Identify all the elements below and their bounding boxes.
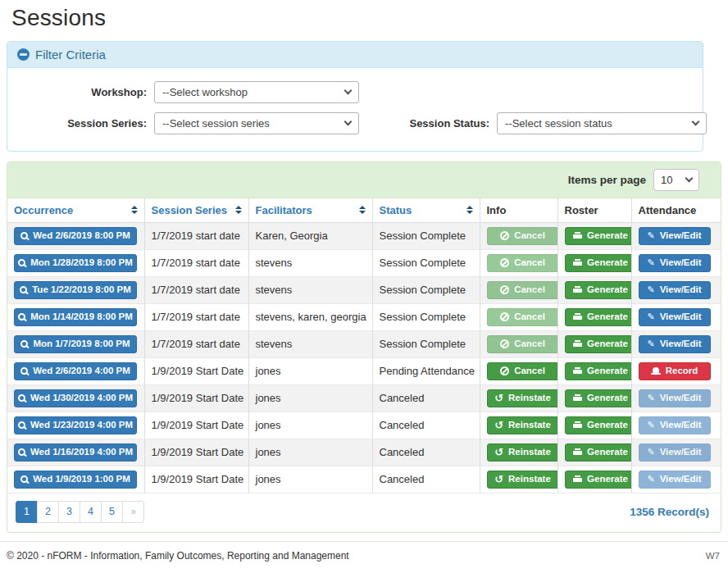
roster-cell: Generate <box>557 222 631 249</box>
page-button-5[interactable]: 5 <box>101 501 123 523</box>
occurrence-button[interactable]: Wed 1/16/2019 4:00 PM <box>14 443 137 462</box>
column-header-info: Info <box>480 198 557 222</box>
info-cell: Cancel <box>480 357 557 384</box>
occurrence-button[interactable]: Wed 1/9/2019 1:00 PM <box>14 471 137 489</box>
cancel-button[interactable]: Cancel <box>487 281 558 299</box>
column-header-session-series[interactable]: Session Series <box>144 198 248 222</box>
occurrence-button[interactable]: Tue 1/22/2019 8:00 PM <box>14 281 137 299</box>
reinstate-button[interactable]: Reinstate <box>487 443 558 462</box>
items-per-page-select[interactable]: 10 <box>653 169 699 191</box>
view-edit-button[interactable]: View/Edit <box>639 335 711 353</box>
page-button-2[interactable]: 2 <box>37 501 59 523</box>
column-header-occurrence[interactable]: Occurrence <box>7 198 144 222</box>
search-icon <box>18 448 25 456</box>
cancel-button[interactable]: Cancel <box>487 362 558 380</box>
workshop-label: Workshop: <box>17 86 147 98</box>
generate-button[interactable]: Generate <box>565 362 632 380</box>
session-series-cell: 1/7/2019 start date <box>144 222 248 249</box>
page-button-3[interactable]: 3 <box>58 501 80 523</box>
cancel-button[interactable]: Cancel <box>487 254 558 272</box>
ban-icon <box>500 258 509 267</box>
table-toolbar: Items per page 10 <box>7 162 721 198</box>
printer-icon <box>573 232 582 239</box>
view-edit-button[interactable]: View/Edit <box>639 227 711 245</box>
generate-button[interactable]: Generate <box>565 416 632 434</box>
table-row: Tue 1/22/2019 8:00 PM 1/7/2019 start dat… <box>7 276 721 303</box>
session-status-select[interactable]: --Select session status <box>497 112 707 134</box>
generate-button[interactable]: Generate <box>565 471 632 489</box>
occurrence-button[interactable]: Wed 2/6/2019 8:00 PM <box>14 227 137 245</box>
search-icon <box>18 313 25 321</box>
occurrence-button[interactable]: Mon 1/28/2019 8:00 PM <box>14 254 137 272</box>
reinstate-button[interactable]: Reinstate <box>487 416 558 434</box>
next-page-button[interactable]: » <box>122 501 144 523</box>
session-series-cell: 1/7/2019 start date <box>144 303 248 330</box>
ban-icon <box>500 366 509 375</box>
view-edit-button[interactable]: View/Edit <box>639 471 711 489</box>
table-row: Wed 1/30/2019 4:00 PM 1/9/2019 Start Dat… <box>7 384 721 412</box>
generate-button[interactable]: Generate <box>565 227 632 245</box>
record-button[interactable]: Record <box>639 362 711 380</box>
sort-icon[interactable] <box>466 206 473 214</box>
page-button-4[interactable]: 4 <box>80 501 102 523</box>
view-edit-button[interactable]: View/Edit <box>639 281 711 299</box>
view-edit-button[interactable]: View/Edit <box>639 254 711 272</box>
status-cell: Pending Attendance <box>372 357 480 384</box>
facilitators-cell: stevens <box>248 330 372 357</box>
view-edit-button[interactable]: View/Edit <box>639 416 711 434</box>
column-header-status[interactable]: Status <box>372 198 480 222</box>
bell-icon <box>651 367 661 375</box>
info-cell: Cancel <box>480 222 557 249</box>
occurrence-button[interactable]: Mon 1/14/2019 8:00 PM <box>14 308 137 326</box>
occurrence-cell: Wed 2/6/2019 4:00 PM <box>7 357 144 384</box>
generate-button[interactable]: Generate <box>565 389 632 407</box>
column-header-facilitators[interactable]: Facilitators <box>248 198 372 222</box>
cancel-button[interactable]: Cancel <box>487 227 558 245</box>
session-series-select[interactable]: --Select session series <box>154 112 359 134</box>
generate-button[interactable]: Generate <box>565 254 632 272</box>
reinstate-button[interactable]: Reinstate <box>487 389 558 407</box>
items-per-page-value: 10 <box>661 174 672 186</box>
items-per-page-label: Items per page <box>568 174 646 186</box>
occurrence-button[interactable]: Mon 1/7/2019 8:00 PM <box>14 335 137 353</box>
roster-cell: Generate <box>557 466 631 493</box>
generate-button[interactable]: Generate <box>565 281 632 299</box>
chevron-down-icon <box>344 118 353 126</box>
printer-icon <box>573 448 582 456</box>
occurrence-button[interactable]: Wed 1/30/2019 4:00 PM <box>14 389 137 407</box>
sort-icon[interactable] <box>235 206 242 214</box>
table-row: Wed 1/23/2019 4:00 PM 1/9/2019 Start Dat… <box>7 412 721 439</box>
cancel-button[interactable]: Cancel <box>487 335 558 353</box>
filter-criteria-header[interactable]: Filter Criteria <box>7 42 703 68</box>
table-row: Wed 1/16/2019 4:00 PM 1/9/2019 Start Dat… <box>7 439 721 466</box>
cancel-button[interactable]: Cancel <box>487 308 558 326</box>
facilitators-cell: stevens, karen, georgia <box>248 303 372 330</box>
info-cell: Cancel <box>480 276 557 303</box>
page-button-1[interactable]: 1 <box>16 501 38 523</box>
search-icon <box>20 340 28 348</box>
attendance-cell: View/Edit <box>631 466 721 493</box>
minus-circle-icon[interactable] <box>17 48 30 61</box>
workshop-select[interactable]: --Select workshop <box>154 81 359 103</box>
occurrence-button[interactable]: Wed 2/6/2019 4:00 PM <box>14 362 137 380</box>
sort-icon[interactable] <box>359 206 366 214</box>
reinstate-button[interactable]: Reinstate <box>487 471 558 489</box>
view-edit-button[interactable]: View/Edit <box>639 308 711 326</box>
generate-button[interactable]: Generate <box>565 308 632 326</box>
attendance-cell: View/Edit <box>631 303 721 330</box>
table-row: Wed 1/9/2019 1:00 PM 1/9/2019 Start Date… <box>7 466 721 493</box>
occurrence-button[interactable]: Wed 1/23/2019 4:00 PM <box>14 416 137 434</box>
view-edit-button[interactable]: View/Edit <box>639 443 711 462</box>
roster-cell: Generate <box>557 357 631 384</box>
printer-icon <box>573 421 582 429</box>
info-cell: Reinstate <box>480 439 557 466</box>
generate-button[interactable]: Generate <box>565 335 632 353</box>
view-edit-button[interactable]: View/Edit <box>639 389 711 407</box>
attendance-cell: View/Edit <box>631 439 721 466</box>
session-series-cell: 1/7/2019 start date <box>144 276 248 303</box>
generate-button[interactable]: Generate <box>565 443 632 462</box>
printer-icon <box>573 475 582 483</box>
sort-icon[interactable] <box>131 206 138 214</box>
occurrence-cell: Wed 2/6/2019 8:00 PM <box>7 222 144 249</box>
pencil-icon <box>647 285 654 294</box>
